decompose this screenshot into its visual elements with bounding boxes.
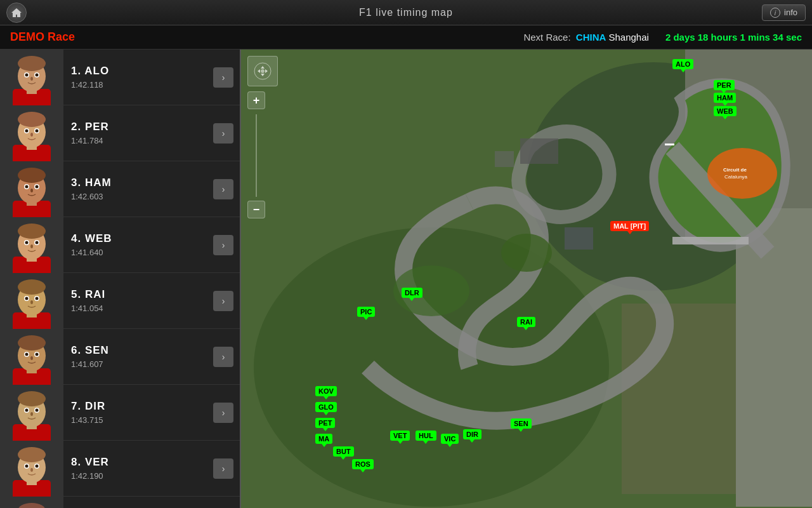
svg-point-49	[30, 300, 33, 304]
map-driver-marker[interactable]: DLR	[402, 288, 422, 298]
driver-row[interactable]: 5. RAI 1:41.054 ›	[0, 273, 240, 329]
map-driver-marker[interactable]: HUL	[416, 431, 436, 441]
svg-point-8	[36, 73, 39, 76]
driver-avatar	[0, 273, 63, 329]
driver-info: 5. RAI 1:41.054	[63, 288, 213, 313]
driver-info: 3. HAM 1:42.603	[63, 177, 213, 201]
svg-rect-100	[672, 237, 749, 244]
driver-avatar	[0, 497, 63, 509]
driver-detail-arrow[interactable]: ›	[213, 291, 233, 311]
zoom-in-button[interactable]: +	[247, 91, 265, 109]
driver-avatar	[0, 329, 63, 385]
next-race-label: Next Race:	[523, 32, 570, 43]
demo-race-label: DEMO Race	[10, 30, 75, 44]
map-pan-control[interactable]	[247, 56, 278, 86]
map-driver-marker[interactable]: RAI	[517, 317, 535, 327]
driver-avatar	[0, 217, 63, 273]
driver-detail-arrow[interactable]: ›	[213, 67, 233, 88]
svg-point-79	[30, 468, 33, 472]
svg-point-7	[25, 73, 29, 76]
map-driver-marker[interactable]: GLO	[315, 402, 337, 412]
svg-point-58	[36, 352, 39, 356]
svg-point-74	[18, 447, 46, 462]
countdown-timer: 2 days 18 hours 1 mins 34 sec	[665, 32, 802, 43]
driver-info: 1. ALO 1:42.118	[63, 65, 213, 90]
map-driver-marker[interactable]: VET	[390, 431, 410, 441]
driver-detail-arrow[interactable]: ›	[213, 123, 233, 144]
next-race-city: Shanghai	[608, 32, 648, 43]
driver-detail-arrow[interactable]: ›	[213, 458, 233, 479]
driver-row[interactable]: 3. HAM 1:42.603 ›	[0, 161, 240, 217]
driver-detail-arrow[interactable]: ›	[213, 347, 233, 367]
svg-point-4	[18, 56, 46, 71]
svg-point-78	[36, 464, 39, 467]
map-driver-marker[interactable]: WEB	[714, 106, 737, 116]
driver-row[interactable]: 7. DIR 1:43.715 ›	[0, 385, 240, 441]
driver-position-name: 2. PER	[71, 121, 206, 133]
map-driver-marker[interactable]: ALO	[672, 59, 693, 69]
svg-point-17	[25, 129, 29, 132]
map-driver-marker[interactable]: SEN	[511, 418, 532, 429]
driver-lap-time: 1:41.607	[71, 359, 206, 369]
svg-point-64	[18, 391, 46, 406]
map-driver-marker[interactable]: MAL [PIT]	[610, 221, 649, 231]
driver-position-name: 5. RAI	[71, 288, 206, 301]
driver-info: 4. WEB 1:41.640	[63, 232, 213, 257]
driver-avatar	[0, 105, 63, 161]
info-label: info	[784, 8, 797, 17]
zoom-out-button[interactable]: −	[247, 201, 265, 218]
driver-position-name: 7. DIR	[71, 400, 206, 413]
driver-detail-arrow[interactable]: ›	[213, 403, 233, 423]
svg-point-39	[30, 244, 33, 248]
svg-point-97	[707, 148, 777, 199]
map-driver-marker[interactable]: MA	[315, 434, 332, 444]
svg-point-68	[36, 408, 39, 411]
map-driver-marker[interactable]: PER	[714, 80, 735, 90]
map-driver-marker[interactable]: BUT	[333, 446, 354, 457]
driver-row[interactable]: 6. SEN 1:41.607 ›	[0, 329, 240, 385]
driver-list: 1. ALO 1:42.118 ›	[0, 50, 241, 508]
map-driver-marker[interactable]: VIC	[441, 434, 459, 444]
map-driver-marker[interactable]: HAM	[714, 93, 736, 103]
driver-lap-time: 1:41.784	[71, 136, 206, 145]
map-area[interactable]: Circuit de Catalunya	[241, 50, 812, 508]
home-button[interactable]	[6, 3, 27, 23]
driver-row[interactable]: 1. ALO 1:42.118 ›	[0, 50, 240, 105]
svg-point-108	[261, 69, 265, 73]
driver-row[interactable]: 4. WEB 1:41.640 ›	[0, 217, 240, 273]
map-driver-marker[interactable]: KOV	[315, 386, 337, 396]
map-driver-marker[interactable]: DIR	[463, 429, 481, 439]
svg-point-28	[36, 185, 39, 188]
svg-point-38	[36, 241, 39, 244]
driver-info: 2. PER 1:41.784	[63, 121, 213, 145]
svg-point-48	[36, 297, 39, 300]
svg-point-37	[25, 241, 29, 244]
driver-avatar	[0, 385, 63, 441]
info-icon: i	[770, 8, 780, 18]
driver-avatar	[0, 441, 63, 497]
driver-row[interactable]: 8. VER 1:42.190 ›	[0, 441, 240, 497]
svg-point-44	[18, 279, 46, 295]
svg-point-29	[30, 189, 33, 192]
svg-rect-101	[665, 144, 674, 145]
svg-point-24	[18, 168, 46, 183]
driver-position-name: 1. ALO	[71, 65, 206, 77]
svg-rect-103	[495, 151, 514, 167]
driver-detail-arrow[interactable]: ›	[213, 235, 233, 255]
driver-row[interactable]: 2. PER 1:41.784 ›	[0, 105, 240, 161]
driver-row[interactable]: 9. HUL 1:43.001 ›	[0, 497, 240, 508]
svg-point-18	[36, 129, 39, 132]
map-driver-marker[interactable]: PIC	[357, 307, 375, 317]
svg-point-34	[18, 224, 46, 239]
map-driver-marker[interactable]: PET	[315, 418, 335, 428]
app-header: F1 live timing map i info	[0, 0, 812, 25]
driver-info: 7. DIR 1:43.715	[63, 400, 213, 425]
svg-point-54	[18, 335, 46, 351]
driver-lap-time: 1:41.640	[71, 248, 206, 257]
map-driver-marker[interactable]: ROS	[352, 459, 374, 469]
svg-text:Circuit de: Circuit de	[723, 167, 747, 173]
svg-point-47	[25, 297, 29, 300]
map-controls[interactable]: + −	[247, 56, 278, 220]
info-button[interactable]: i info	[762, 4, 806, 21]
driver-detail-arrow[interactable]: ›	[213, 179, 233, 199]
